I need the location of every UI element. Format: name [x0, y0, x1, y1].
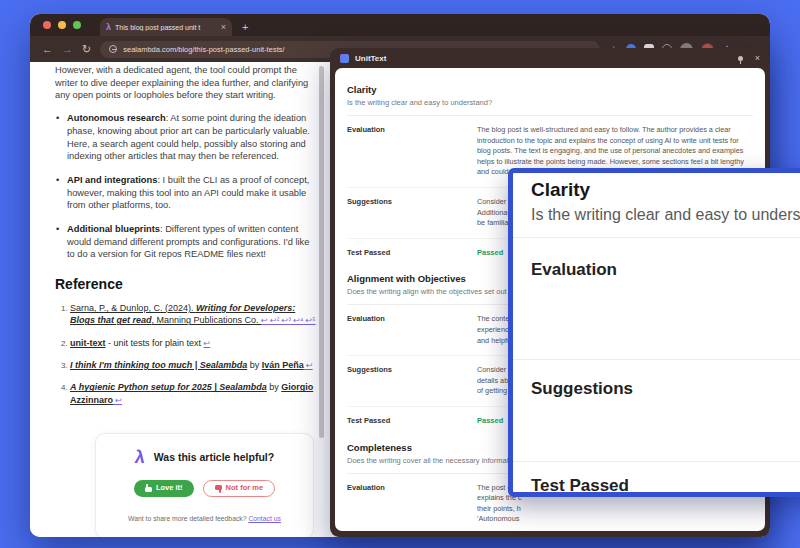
loupe-row-label: Test Passed	[531, 476, 629, 496]
backref-links[interactable]: ↩	[304, 361, 313, 370]
feedback-header: λ Was this article helpful?	[106, 448, 303, 466]
list-item: Autonomous research: At some point durin…	[67, 112, 319, 163]
section-title: Clarity	[347, 84, 753, 95]
feedback-card: λ Was this article helpful? Love it! Not…	[95, 433, 314, 537]
close-icon[interactable]: ×	[755, 54, 760, 63]
not-for-me-label: Not for me	[226, 482, 264, 495]
backref-links[interactable]: ↩	[113, 396, 122, 405]
traffic-light-minimize-icon[interactable]	[58, 21, 66, 29]
tab-close-icon[interactable]: ×	[221, 23, 226, 32]
tab-strip: λ This blog post passed unit t × +	[30, 14, 770, 36]
reload-button[interactable]: ↻	[82, 44, 91, 55]
row-label: Evaluation	[347, 125, 477, 178]
reference-text: by	[267, 382, 282, 392]
loupe-row-label: Evaluation	[531, 260, 617, 280]
row-label: Suggestions	[347, 365, 477, 397]
paragraph: However, with a dedicated agent, the too…	[55, 64, 319, 102]
feedback-buttons: Love it! Not for me	[106, 480, 303, 497]
unittext-titlebar[interactable]: UnitText ×	[330, 48, 770, 68]
reference-item: A hygienic Python setup for 2025 | Seala…	[70, 381, 319, 407]
row-label: Test Passed	[347, 248, 477, 259]
unittext-app-icon	[340, 54, 349, 63]
test-result-badge: Passed	[477, 248, 503, 257]
loupe-row-label: Suggestions	[531, 379, 633, 399]
bullet-term: Additional blueprints	[67, 224, 160, 234]
reference-link[interactable]: I think I'm thinking too much | Sealambd…	[70, 360, 247, 370]
reference-heading: Reference	[55, 278, 319, 291]
reference-item: I think I'm thinking too much | Sealambd…	[70, 359, 319, 372]
page-scrollbar[interactable]	[319, 66, 324, 438]
list-item: Additional blueprints: Different types o…	[67, 223, 319, 261]
love-it-label: Love it!	[156, 482, 183, 495]
row-label: Suggestions	[347, 197, 477, 229]
feedback-footer-text: Want to share more detailed feedback?	[128, 515, 248, 522]
blog-article: However, with a dedicated agent, the too…	[55, 64, 319, 537]
browser-tab[interactable]: λ This blog post passed unit t ×	[100, 18, 232, 36]
text-line: their points, h	[477, 504, 749, 515]
text-line: 'Autonomous	[477, 514, 749, 525]
magnifier-overlay: Clarity Is the writing clear and easy to…	[508, 168, 800, 497]
reference-link[interactable]: Sarna, P., & Dunlop, C. (2024).	[70, 303, 196, 313]
row-label: Test Passed	[347, 416, 477, 427]
traffic-light-zoom-icon[interactable]	[73, 21, 81, 29]
not-for-me-button[interactable]: Not for me	[203, 480, 276, 497]
row-label: Evaluation	[347, 314, 477, 346]
list-item: API and integrations: I built the CLI as…	[67, 174, 319, 212]
feedback-question: Was this article helpful?	[154, 451, 274, 464]
reference-link[interactable]: , Manning Publications Co.	[152, 315, 262, 325]
reference-item: unit-text - unit tests for plain text ↩	[70, 337, 319, 350]
love-it-button[interactable]: Love it!	[134, 480, 194, 497]
author-link[interactable]: Iván Peña	[262, 360, 304, 370]
reference-text: - unit tests for plain text	[106, 338, 204, 348]
loupe-section-title: Clarity	[531, 179, 590, 201]
contact-us-link[interactable]: Contact us	[248, 515, 281, 522]
test-result-badge: Passed	[477, 416, 503, 425]
sealambda-logo-icon: λ	[134, 448, 146, 466]
thumbs-up-icon	[145, 485, 152, 492]
url-text: sealambda.com/blog/this-post-passed-unit…	[123, 45, 284, 54]
window-controls	[43, 21, 81, 29]
bullet-term: API and integrations	[67, 175, 157, 185]
reference-item: Sarna, P., & Dunlop, C. (2024). Writing …	[70, 302, 319, 328]
site-info-icon[interactable]	[109, 45, 117, 53]
backref-links[interactable]: ↩	[204, 339, 211, 348]
reference-link[interactable]: unit-text	[70, 338, 106, 348]
tab-title: This blog post passed unit t	[115, 24, 217, 31]
traffic-light-close-icon[interactable]	[43, 21, 51, 29]
row-label: Evaluation	[347, 483, 477, 525]
back-button[interactable]: ←	[42, 44, 53, 55]
site-favicon-lambda-icon: λ	[106, 23, 111, 32]
bullet-term: Autonomous research	[67, 113, 166, 123]
unittext-title: UnitText	[355, 54, 732, 63]
thumbs-down-icon	[215, 485, 222, 492]
bullet-list: Autonomous research: At some point durin…	[55, 112, 319, 261]
new-tab-button[interactable]: +	[242, 21, 248, 33]
pin-icon[interactable]	[738, 56, 743, 61]
section-question: Is the writing clear and easy to underst…	[347, 98, 753, 107]
loupe-section-question: Is the writing clear and easy to underst…	[531, 206, 800, 224]
reference-list: Sarna, P., & Dunlop, C. (2024). Writing …	[55, 302, 319, 407]
reference-text: by	[247, 360, 262, 370]
forward-button[interactable]: →	[62, 44, 73, 55]
feedback-footer: Want to share more detailed feedback? Co…	[106, 513, 303, 526]
reference-link[interactable]: A hygienic Python setup for 2025 | Seala…	[70, 382, 267, 392]
backref-links[interactable]: ↩ ↩² ↩³ ↩⁴ ↩⁵	[261, 316, 316, 325]
